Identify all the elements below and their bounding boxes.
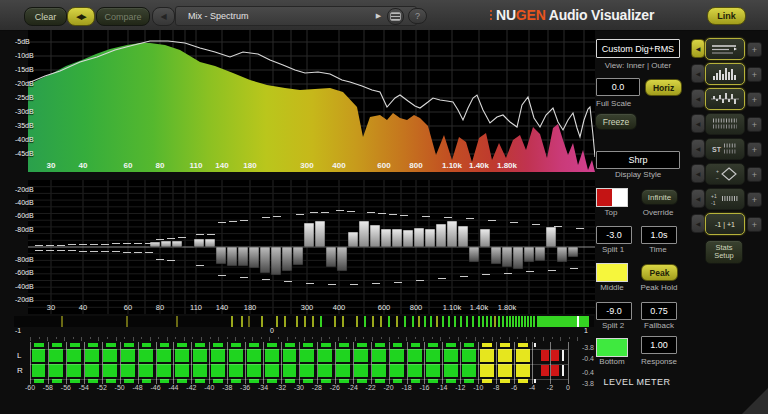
svg-text:180: 180 xyxy=(243,161,257,170)
freeze-button[interactable]: Freeze xyxy=(595,113,637,130)
override-label: Override xyxy=(633,208,683,217)
help-button[interactable]: ? xyxy=(408,8,427,24)
view-collapse-arrow-spectrogram[interactable]: ◀ xyxy=(691,114,705,133)
svg-text:600: 600 xyxy=(378,303,391,312)
view-button-split-meter[interactable] xyxy=(705,88,745,110)
svg-text:30: 30 xyxy=(47,303,55,312)
meter-mode-box[interactable]: Custom Dig+RMS xyxy=(596,39,680,58)
view-collapse-arrow-split[interactable]: ◀ xyxy=(691,89,705,108)
add-view-correlation-history[interactable]: + xyxy=(747,192,762,207)
meter-scale-label: -26 xyxy=(327,384,343,391)
add-view-correlation-meter[interactable]: + xyxy=(747,217,762,232)
meter-scale-label: -50 xyxy=(112,384,128,391)
meter-scale-label: -60 xyxy=(22,384,38,391)
view-collapse-arrow-correlation-history[interactable]: ◀ xyxy=(691,189,705,208)
preset-next-button[interactable]: ▶ xyxy=(372,8,385,23)
view-collapse-arrow-correlation-meter[interactable]: ◀ xyxy=(691,214,705,233)
st-glyph: ST xyxy=(712,146,722,153)
compare-button[interactable]: Compare xyxy=(96,7,150,26)
view-collapse-arrow-bars[interactable]: ◀ xyxy=(691,64,705,83)
preset-name: Mix - Spectrum xyxy=(188,11,249,21)
add-view-vectorscope[interactable]: + xyxy=(747,167,762,182)
preset-list-button[interactable] xyxy=(387,8,404,25)
response-value[interactable]: 1.00 xyxy=(641,336,677,354)
db-scale-label: -30dB xyxy=(15,108,34,116)
response-label: Response xyxy=(635,357,683,366)
spectrum-line-icon xyxy=(710,42,740,56)
fallback-value[interactable]: 0.75 xyxy=(641,302,677,320)
brand-rest: Audio Visualizer xyxy=(546,7,655,23)
split1-value[interactable]: -3.0 xyxy=(596,226,632,244)
svg-text:40: 40 xyxy=(79,161,88,170)
meter-scale-label: -8 xyxy=(488,384,504,391)
meter-scale-label: -14 xyxy=(434,384,450,391)
svg-text:140: 140 xyxy=(216,303,229,312)
view-collapse-arrow-spectrum[interactable]: ◀ xyxy=(691,39,705,58)
meter-scale-label: -32 xyxy=(273,384,289,391)
correlation-label-right: 1 xyxy=(570,327,588,335)
bottom-color xyxy=(597,339,627,356)
meter-peak-value: -3.8 xyxy=(568,344,594,351)
db-scale-label: -60dB xyxy=(15,212,34,220)
meter-scale-label: -28 xyxy=(309,384,325,391)
view-mode-label[interactable]: View: Inner | Outer xyxy=(592,61,684,70)
link-button[interactable]: Link xyxy=(707,7,746,25)
list-icon xyxy=(390,12,401,21)
view-button-correlation-meter[interactable]: -1 | +1 xyxy=(705,213,745,235)
view-button-spectrum-line[interactable] xyxy=(705,38,745,60)
db-scale-label: -5dB xyxy=(15,38,30,46)
view-button-spectrum-bars[interactable] xyxy=(705,63,745,85)
meter-scale-label: -18 xyxy=(399,384,415,391)
time-value[interactable]: 1.0s xyxy=(641,226,677,244)
peak-button[interactable]: Peak xyxy=(641,264,678,281)
svg-text:60: 60 xyxy=(124,303,132,312)
meter-scale-label: -2 xyxy=(542,384,558,391)
view-button-vectorscope[interactable]: + − xyxy=(705,163,745,185)
svg-text:30: 30 xyxy=(47,161,56,170)
bottom-color-swatch[interactable] xyxy=(596,338,628,357)
svg-text:400: 400 xyxy=(333,303,346,312)
add-view-split-meter[interactable]: + xyxy=(747,92,762,107)
correlation-history-icon: +1 -1 xyxy=(710,192,740,206)
db-scale-label: -20dB xyxy=(15,186,34,194)
clear-button[interactable]: Clear xyxy=(24,7,67,26)
view-button-stereo-spectrogram[interactable]: ST xyxy=(705,138,745,160)
spectrum-fill xyxy=(28,43,595,172)
resize-grip[interactable] xyxy=(742,388,768,414)
stats-setup-button[interactable]: Stats Setup xyxy=(705,240,743,264)
meter-scale-label: -38 xyxy=(219,384,235,391)
swap-ab-button[interactable]: ◀▶ xyxy=(67,7,95,26)
split2-value[interactable]: -9.0 xyxy=(596,302,632,320)
correlation-label-mid: 0 xyxy=(262,327,282,335)
meter-peak-value: -0.4 xyxy=(568,369,594,376)
override-button[interactable]: Infinite xyxy=(641,189,678,205)
view-button-correlation-history[interactable]: +1 -1 xyxy=(705,188,745,210)
meter-scale-label: -6 xyxy=(506,384,522,391)
horiz-button[interactable]: Horiz xyxy=(645,79,682,96)
svg-text:800: 800 xyxy=(409,161,423,170)
view-button-spectrogram[interactable] xyxy=(705,113,745,135)
db-scale-label: -10dB xyxy=(15,52,34,60)
nugen-logo: NUGEN Audio Visualizer xyxy=(490,6,654,24)
preset-prev-button[interactable]: ◀ xyxy=(152,7,175,26)
time-label: Time xyxy=(641,245,675,254)
middle-color-swatch[interactable] xyxy=(596,263,628,282)
top-color-swatch[interactable] xyxy=(596,188,628,207)
meter-scale-label: -44 xyxy=(165,384,181,391)
db-scale-label: -45dB xyxy=(15,150,34,158)
spectrum-bars-icon xyxy=(710,67,740,81)
meter-scale-label: -54 xyxy=(76,384,92,391)
svg-text:1.40k: 1.40k xyxy=(469,161,490,170)
add-view-spectrum-bars[interactable]: + xyxy=(747,67,762,82)
view-collapse-arrow-vectorscope[interactable]: ◀ xyxy=(691,164,705,183)
view-collapse-arrow-stereo-spectrogram[interactable]: ◀ xyxy=(691,139,705,158)
svg-text:+: + xyxy=(716,168,719,174)
full-scale-value[interactable]: 0.0 xyxy=(596,78,640,96)
svg-text:40: 40 xyxy=(79,303,87,312)
spectrogram-icon xyxy=(710,117,740,131)
top-label: Top xyxy=(596,208,626,217)
display-style-box[interactable]: Shrp xyxy=(596,151,680,169)
add-view-stereo-spectrogram[interactable]: + xyxy=(747,142,762,157)
add-view-spectrum-line[interactable]: + xyxy=(747,42,762,57)
add-view-spectrogram[interactable]: + xyxy=(747,117,762,132)
